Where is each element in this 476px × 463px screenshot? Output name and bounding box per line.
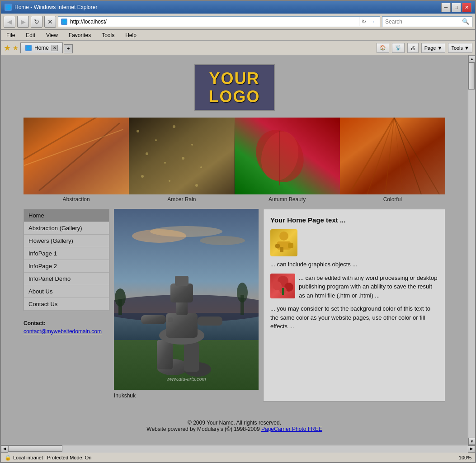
svg-rect-41 [198, 317, 222, 326]
horizontal-scrollbar: ◀ ▶ [1, 445, 475, 452]
logo-box: YOUR LOGO [194, 64, 275, 111]
search-bar: 🔍 [382, 16, 472, 27]
stop-button[interactable]: ✕ [44, 16, 56, 28]
address-bar: 🌐 ↻ → [58, 16, 380, 27]
svg-point-6 [155, 139, 157, 141]
content-can-include: ... can include graphics objects ... [270, 260, 438, 269]
svg-point-15 [195, 184, 198, 187]
menu-tools[interactable]: Tools [100, 31, 116, 39]
svg-rect-53 [280, 247, 283, 252]
favorites-star-icon[interactable]: ★ [4, 43, 11, 53]
sidebar: Home Abstraction (Gallery) Flowers (Gall… [24, 209, 109, 402]
content-panel: Your Home Page text ... [263, 209, 445, 402]
website: YOUR LOGO [1, 55, 468, 445]
svg-point-7 [173, 125, 175, 128]
gallery-caption-colorful: Colorful [340, 194, 445, 204]
back-button[interactable]: ◀ [4, 16, 15, 28]
page-button[interactable]: Page ▼ [421, 43, 446, 53]
nav-item-contact[interactable]: Contact Us [24, 298, 109, 311]
content-paragraph2: ... can be edited with any word processi… [299, 274, 438, 300]
browser-tab-home[interactable]: 🌐 Home ✕ [20, 43, 63, 53]
status-bar: 🔒 Local intranet | Protected Mode: On 10… [1, 452, 475, 462]
svg-point-11 [182, 157, 184, 160]
nav-item-about[interactable]: About Us [24, 285, 109, 298]
nav-item-infopage2[interactable]: InfoPage 2 [24, 260, 109, 273]
gallery-item-autumn-beauty[interactable]: Autumn Beauty [235, 118, 340, 204]
scroll-right-button[interactable]: ▶ [468, 445, 475, 453]
gallery-item-colorful[interactable]: Colorful [340, 118, 445, 204]
refresh-button[interactable]: ↻ [31, 16, 42, 28]
new-tab-button[interactable]: + [64, 44, 73, 53]
window-title: Home - Windows Internet Explorer [14, 4, 97, 10]
forward-button[interactable]: ▶ [17, 16, 29, 28]
svg-point-49 [237, 283, 248, 302]
gallery-item-abstraction[interactable]: Abstraction [24, 118, 129, 204]
inukshuk-photo: www.ata-arts.com [114, 209, 259, 390]
status-right: 100% [459, 455, 471, 460]
search-icon[interactable]: 🔍 [462, 18, 469, 25]
maximize-button[interactable]: □ [452, 3, 461, 12]
feeds-button[interactable]: 📡 [392, 43, 405, 53]
menu-help[interactable]: Help [123, 31, 138, 39]
svg-text:www.ata-arts.com: www.ata-arts.com [166, 376, 206, 382]
contact-email-link[interactable]: contact@mywebsitedomain.com [24, 328, 102, 335]
nav-item-home[interactable]: Home [24, 209, 109, 222]
address-refresh[interactable]: ↻ [359, 17, 368, 26]
add-favorites-icon[interactable]: ★ [13, 44, 19, 52]
logo-area: YOUR LOGO [1, 55, 468, 118]
gallery-caption-amber-rain: Amber Rain [129, 194, 234, 204]
svg-point-14 [169, 180, 170, 182]
photo-amber-rain [129, 118, 234, 194]
nav-item-abstraction[interactable]: Abstraction (Gallery) [24, 222, 109, 235]
menu-view[interactable]: View [44, 31, 60, 39]
address-input[interactable] [70, 19, 359, 25]
nav-item-flowers[interactable]: Flowers (Gallery) [24, 235, 109, 247]
h-scroll-track[interactable] [8, 445, 468, 453]
gallery-item-amber-rain[interactable]: Amber Rain [129, 118, 234, 204]
title-bar: 🌐 Home - Windows Internet Explorer ─ □ ✕ [1, 1, 475, 14]
browser-window: 🌐 Home - Windows Internet Explorer ─ □ ✕… [0, 0, 476, 463]
content-area: YOUR LOGO [1, 55, 475, 445]
nav-item-infopage1[interactable]: InfoPage 1 [24, 247, 109, 260]
nav-menu: Home Abstraction (Gallery) Flowers (Gall… [24, 209, 109, 311]
tools-toolbar-button[interactable]: Tools ▼ [448, 43, 472, 53]
scroll-track[interactable] [468, 62, 475, 438]
svg-point-5 [137, 130, 139, 132]
h-scroll-thumb[interactable] [8, 445, 62, 452]
svg-point-47 [115, 288, 126, 307]
main-content: www.ata-arts.com Inukshuk Your Home Page… [114, 209, 445, 402]
tab-favicon: 🌐 [25, 45, 32, 51]
featured-image-area: www.ata-arts.com Inukshuk [114, 209, 259, 402]
photo-colorful [340, 118, 445, 194]
footer-copyright: © 2009 Your Name. All rights reserved. [10, 420, 459, 426]
menu-favorites[interactable]: Favorites [67, 31, 93, 39]
svg-point-9 [146, 152, 148, 155]
page-content[interactable]: YOUR LOGO [1, 55, 468, 445]
svg-point-13 [141, 175, 144, 178]
menu-bar: File Edit View Favorites Tools Help [1, 30, 475, 41]
svg-rect-54 [275, 244, 280, 248]
menu-edit[interactable]: Edit [24, 31, 37, 39]
footer-link[interactable]: PageCarrier Photo FREE [261, 426, 322, 432]
print-button[interactable]: 🖨 [407, 43, 419, 53]
logo-text: YOUR LOGO [209, 70, 260, 105]
scroll-down-button[interactable]: ▼ [468, 438, 475, 445]
photo-abstraction [24, 118, 129, 194]
menu-file[interactable]: File [5, 31, 17, 39]
tab-close-button[interactable]: ✕ [52, 45, 58, 51]
search-input[interactable] [385, 19, 462, 25]
close-button[interactable]: ✕ [462, 3, 471, 12]
svg-rect-37 [184, 342, 199, 372]
scroll-left-button[interactable]: ◀ [1, 445, 8, 453]
scroll-thumb[interactable] [468, 62, 475, 90]
nav-item-infopanel[interactable]: InfoPanel Demo [24, 273, 109, 285]
svg-rect-43 [170, 283, 193, 302]
minimize-button[interactable]: ─ [441, 3, 451, 12]
scroll-up-button[interactable]: ▲ [468, 55, 475, 62]
gallery-caption-autumn-beauty: Autumn Beauty [235, 194, 340, 204]
toolbar: ★ ★ 🌐 Home ✕ + 🏠 📡 🖨 Page ▼ Tools ▼ [1, 41, 475, 55]
title-bar-controls: ─ □ ✕ [441, 3, 471, 12]
home-toolbar-button[interactable]: 🏠 [377, 43, 389, 53]
content-paragraph3: ... you may consider to set the backgrou… [270, 304, 438, 331]
go-button[interactable]: → [368, 17, 377, 26]
